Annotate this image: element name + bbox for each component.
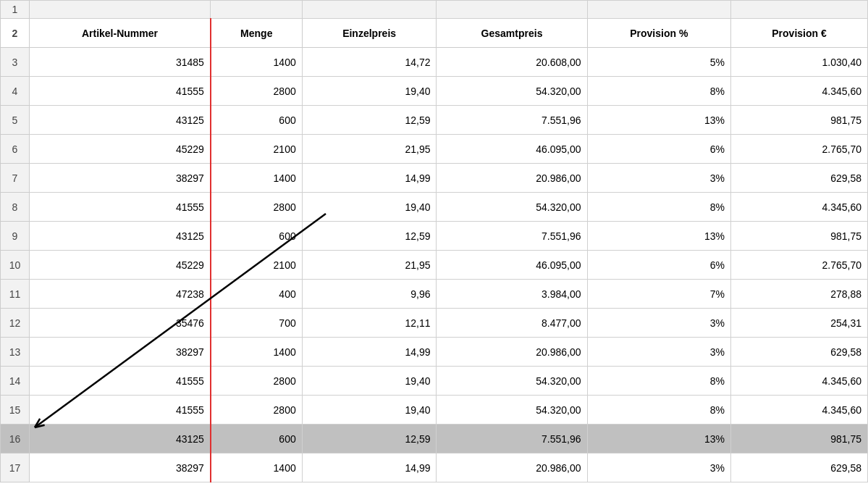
artikel-nummer-cell: 43125 [30,425,211,454]
menge-cell: 1400 [211,338,302,367]
artikel-nummer-cell: 45229 [30,251,211,280]
gesamtpreis-cell: 54.320,00 [437,396,587,425]
table-row: 738297140014,9920.986,003%629,58 [1,164,868,193]
table-row: 331485140014,7220.608,005%1.030,40 [1,48,868,77]
menge-cell: 600 [211,222,302,251]
table-row: 1045229210021,9546.095,006%2.765,70 [1,251,868,280]
einzelpreis-cell: 12,59 [302,106,437,135]
row-number: 10 [1,251,30,280]
table-row: 841555280019,4054.320,008%4.345,60 [1,193,868,222]
row-number: 8 [1,193,30,222]
gesamtpreis-cell: 7.551,96 [437,425,587,454]
gesamtpreis-cell: 7.551,96 [437,106,587,135]
einzelpreis-cell: 14,99 [302,338,437,367]
menge-cell: 400 [211,280,302,309]
row-number: 12 [1,309,30,338]
provision-eur-cell: 4.345,60 [731,193,868,222]
table-row: 94312560012,597.551,9613%981,75 [1,222,868,251]
menge-cell: 2100 [211,251,302,280]
gesamtpreis-cell: 7.551,96 [437,222,587,251]
gesamtpreis-cell: 20.986,00 [437,164,587,193]
provision-pct-header: Provision % [587,19,730,48]
menge-cell: 1400 [211,164,302,193]
einzelpreis-cell: 9,96 [302,280,437,309]
menge-cell: 700 [211,309,302,338]
gesamtpreis-cell: 54.320,00 [437,367,587,396]
row-number: 5 [1,106,30,135]
provision-pct-cell: 3% [587,454,730,482]
einzelpreis-cell: 21,95 [302,251,437,280]
row-number: 9 [1,222,30,251]
menge-cell: 2800 [211,77,302,106]
provision-eur-cell: 981,75 [731,222,868,251]
artikel-nummer-cell: 43125 [30,222,211,251]
gesamtpreis-cell: 46.095,00 [437,135,587,164]
row-number: 2 [1,19,30,48]
provision-eur-cell: 981,75 [731,106,868,135]
gesamtpreis-cell: 20.986,00 [437,338,587,367]
menge-cell: 2100 [211,135,302,164]
artikel-nummer-cell: 41555 [30,77,211,106]
einzelpreis-header: Einzelpreis [302,19,437,48]
provision-eur-header: Provision € [731,19,868,48]
artikel-nummer-cell: 31485 [30,48,211,77]
provision-eur-cell: 4.345,60 [731,396,868,425]
artikel-nummer-cell: 41555 [30,367,211,396]
gesamtpreis-cell: 3.984,00 [437,280,587,309]
artikel-nummer-cell: 35476 [30,309,211,338]
row-number: 13 [1,338,30,367]
menge-cell: 2800 [211,367,302,396]
menge-cell: 600 [211,425,302,454]
row-number: 1 [1,1,30,19]
spreadsheet-table: 12Artikel-NummerMengeEinzelpreisGesamtpr… [0,0,868,482]
einzelpreis-cell: 14,72 [302,48,437,77]
artikel-nummer-cell: 38297 [30,454,211,482]
einzelpreis-cell: 12,59 [302,222,437,251]
provision-eur-cell: 2.765,70 [731,251,868,280]
gesamtpreis-cell: 20.608,00 [437,48,587,77]
table-row: 123547670012,118.477,003%254,31 [1,309,868,338]
provision-pct-cell: 7% [587,280,730,309]
spreadsheet: 12Artikel-NummerMengeEinzelpreisGesamtpr… [0,0,868,489]
einzelpreis-cell: 19,40 [302,193,437,222]
gesamtpreis-cell: 46.095,00 [437,251,587,280]
einzelpreis-cell: 12,11 [302,309,437,338]
table-row: 1441555280019,4054.320,008%4.345,60 [1,367,868,396]
menge-cell: 2800 [211,396,302,425]
table-row: 1 [1,1,868,19]
einzelpreis-cell: 12,59 [302,425,437,454]
provision-eur-cell: 629,58 [731,338,868,367]
provision-pct-cell: 8% [587,193,730,222]
artikel-nummer-cell: 43125 [30,106,211,135]
provision-pct-cell: 13% [587,222,730,251]
provision-pct-cell: 6% [587,135,730,164]
einzelpreis-cell: 19,40 [302,77,437,106]
menge-cell: 1400 [211,48,302,77]
provision-pct-cell: 13% [587,425,730,454]
row-number: 16 [1,425,30,454]
menge-cell: 2800 [211,193,302,222]
artikel-nummer-header: Artikel-Nummer [30,19,211,48]
provision-eur-cell: 629,58 [731,454,868,482]
row-number: 11 [1,280,30,309]
gesamtpreis-cell: 54.320,00 [437,77,587,106]
gesamtpreis-header: Gesamtpreis [437,19,587,48]
table-row: 2Artikel-NummerMengeEinzelpreisGesamtpre… [1,19,868,48]
menge-header: Menge [211,19,302,48]
provision-eur-cell: 4.345,60 [731,367,868,396]
provision-eur-cell: 629,58 [731,164,868,193]
gesamtpreis-cell: 54.320,00 [437,193,587,222]
menge-cell: 1400 [211,454,302,482]
provision-pct-cell: 3% [587,164,730,193]
provision-pct-cell: 3% [587,338,730,367]
row-number: 4 [1,77,30,106]
einzelpreis-cell: 19,40 [302,396,437,425]
row-number: 7 [1,164,30,193]
table-row: 1541555280019,4054.320,008%4.345,60 [1,396,868,425]
row-number: 6 [1,135,30,164]
provision-pct-cell: 13% [587,106,730,135]
table-row: 1338297140014,9920.986,003%629,58 [1,338,868,367]
provision-eur-cell: 2.765,70 [731,135,868,164]
table-row: 1738297140014,9920.986,003%629,58 [1,454,868,482]
table-row: 645229210021,9546.095,006%2.765,70 [1,135,868,164]
